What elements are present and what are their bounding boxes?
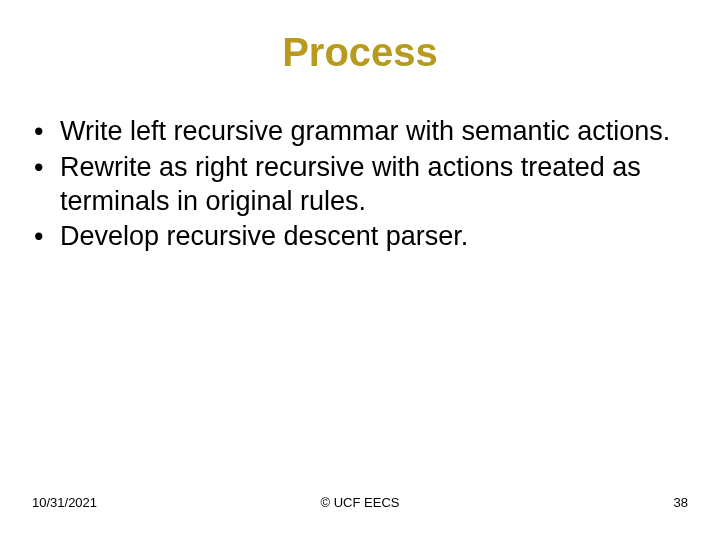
slide-title: Process: [32, 30, 688, 75]
footer-page-number: 38: [674, 495, 688, 510]
slide-body: Write left recursive grammar with semant…: [32, 115, 688, 254]
slide: Process Write left recursive grammar wit…: [0, 0, 720, 540]
footer-date: 10/31/2021: [32, 495, 97, 510]
list-item: Rewrite as right recursive with actions …: [32, 151, 688, 219]
list-item: Develop recursive descent parser.: [32, 220, 688, 254]
bullet-list: Write left recursive grammar with semant…: [32, 115, 688, 254]
footer-copyright: © UCF EECS: [321, 495, 400, 510]
list-item: Write left recursive grammar with semant…: [32, 115, 688, 149]
